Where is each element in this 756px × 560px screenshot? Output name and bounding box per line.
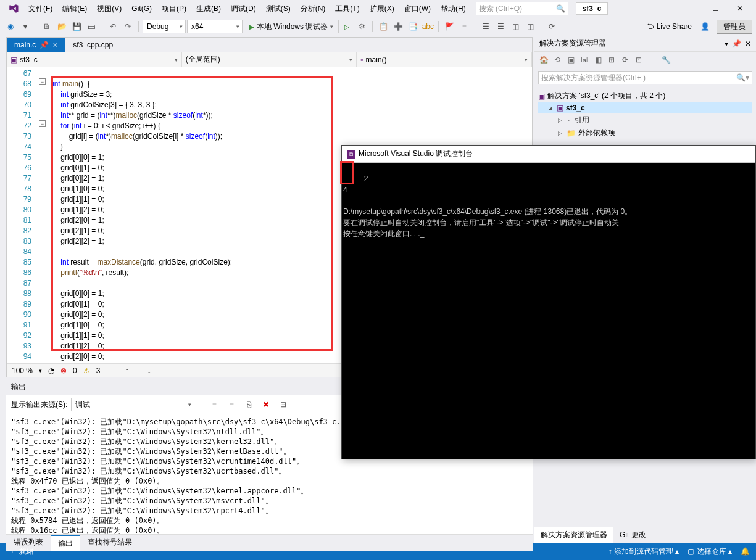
- home-icon[interactable]: 🏠: [538, 54, 549, 65]
- pin-icon[interactable]: 📌: [732, 39, 741, 48]
- tb-icon-5[interactable]: abc: [421, 20, 434, 33]
- minimize-button[interactable]: —: [678, 0, 703, 17]
- tb-icon-4[interactable]: 📑: [406, 20, 420, 33]
- search-icon: 🔍▾: [736, 73, 749, 82]
- maximize-button[interactable]: ☐: [703, 0, 728, 17]
- tb-icon-6[interactable]: 🚩: [442, 20, 456, 33]
- save-button[interactable]: 💾: [70, 20, 83, 33]
- save-all-button[interactable]: 🗃: [85, 20, 98, 33]
- menu-extensions[interactable]: 扩展(X): [365, 1, 399, 17]
- btn6-icon[interactable]: —: [647, 54, 658, 65]
- live-share-button[interactable]: ⮌ Live Share: [642, 20, 697, 33]
- external-deps-node[interactable]: ▷ 📁 外部依赖项: [538, 126, 752, 139]
- close-icon[interactable]: ✕: [745, 39, 751, 48]
- run-debugger-button[interactable]: ▶ 本地 Windows 调试器 ▾: [244, 20, 339, 33]
- tab-sf3-cpp[interactable]: sf3_cpp.cpp: [65, 38, 120, 52]
- admin-button[interactable]: 管理员: [717, 20, 752, 34]
- tb-icon-7[interactable]: ≡: [457, 20, 471, 33]
- console-titlebar[interactable]: ⧉ Microsoft Visual Studio 调试控制台: [342, 146, 755, 163]
- sync-icon[interactable]: ⟲: [552, 54, 563, 65]
- output-btn-3[interactable]: ⎘: [242, 398, 255, 411]
- config-dropdown[interactable]: Debug: [143, 20, 186, 33]
- function-dropdown[interactable]: ▫main(): [357, 52, 532, 67]
- btn5-icon[interactable]: ⊡: [633, 54, 644, 65]
- editor-navbar: ▣sf3_c (全局范围) ▫main(): [7, 52, 532, 67]
- refresh-icon[interactable]: ⟳: [620, 54, 631, 65]
- console-hint-line: 要在调试停止时自动关闭控制台，请启用"工具"->"选项"->"调试"->"调试停…: [343, 218, 619, 227]
- menu-git[interactable]: Git(G): [127, 2, 157, 15]
- console-body[interactable]: 2 4 D:\mysetup\gopath\src\dsy\sf3_c\x64\…: [342, 163, 755, 250]
- output-clear-button[interactable]: ✖: [259, 398, 273, 411]
- new-file-button[interactable]: 🗎: [40, 20, 54, 33]
- fold-toggle[interactable]: −: [39, 78, 46, 85]
- start-without-debug-button[interactable]: ▷: [340, 20, 354, 33]
- add-src-ctrl-button[interactable]: ↑ 添加到源代码管理 ▴: [609, 546, 679, 557]
- class-dropdown[interactable]: (全局范围): [182, 52, 357, 67]
- notifications-icon[interactable]: 🔔: [741, 547, 750, 556]
- close-icon[interactable]: ✕: [52, 41, 58, 49]
- console-output-line: 2: [364, 175, 368, 183]
- menu-edit[interactable]: 编辑(E): [57, 1, 92, 17]
- output-btn-1[interactable]: ≡: [207, 398, 221, 411]
- output-btn-2[interactable]: ≡: [225, 398, 238, 411]
- project-icon: ▣: [557, 104, 563, 112]
- tb-icon-1[interactable]: ⚙: [355, 20, 368, 33]
- search-placeholder: 搜索 (Ctrl+Q): [479, 4, 522, 14]
- liveshare-icon: ⮌: [647, 22, 654, 31]
- solution-root[interactable]: ▣ 解决方案 'sf3_c' (2 个项目，共 2 个): [538, 89, 752, 102]
- close-button[interactable]: ✕: [728, 0, 752, 17]
- expand-icon[interactable]: ▷: [558, 130, 564, 136]
- tb-icon-12[interactable]: ⟳: [545, 20, 559, 33]
- tb-icon-10[interactable]: ◫: [509, 20, 522, 33]
- btn1-icon[interactable]: ▣: [565, 54, 576, 65]
- project-node[interactable]: ◢ ▣ sf3_c: [538, 102, 752, 113]
- tb-icon-11[interactable]: ◫: [523, 20, 537, 33]
- btn4-icon[interactable]: ⊞: [606, 54, 617, 65]
- expand-icon[interactable]: ◢: [548, 105, 554, 111]
- tb-icon-9[interactable]: ☰: [494, 20, 507, 33]
- menu-build[interactable]: 生成(B): [191, 1, 226, 17]
- menu-analyze[interactable]: 分析(N): [296, 1, 331, 17]
- open-file-button[interactable]: 📂: [55, 20, 69, 33]
- dropdown-icon[interactable]: ▾: [725, 39, 728, 48]
- tab-main-c[interactable]: main.c 📌 ✕: [7, 38, 65, 52]
- menu-test[interactable]: 测试(S): [261, 1, 296, 17]
- tab-git-changes[interactable]: Git 更改: [613, 527, 652, 543]
- account-icon[interactable]: 👤: [698, 20, 712, 33]
- tab-output[interactable]: 输出: [51, 535, 80, 551]
- tb-icon-2[interactable]: 📋: [376, 20, 390, 33]
- tab-find-symbol[interactable]: 查找符号结果: [80, 535, 139, 551]
- menu-view[interactable]: 视图(V): [92, 1, 127, 17]
- pin-icon[interactable]: 📌: [39, 41, 49, 49]
- menu-window[interactable]: 窗口(W): [399, 1, 436, 17]
- output-btn-5[interactable]: ⊟: [276, 398, 290, 411]
- global-search-input[interactable]: 搜索 (Ctrl+Q) 🔍: [476, 2, 568, 15]
- tb-icon-8[interactable]: ☰: [479, 20, 492, 33]
- menu-project[interactable]: 项目(P): [157, 1, 191, 17]
- references-node[interactable]: ▷ ▫▫ 引用: [538, 113, 752, 126]
- select-repo-button[interactable]: ▢ 选择仓库 ▴: [687, 546, 732, 557]
- nav-fwd-button[interactable]: ▾: [19, 20, 32, 33]
- menu-help[interactable]: 帮助(H): [436, 1, 471, 17]
- platform-dropdown[interactable]: x64: [187, 20, 243, 33]
- liveshare-label: Live Share: [657, 22, 692, 31]
- fold-toggle[interactable]: −: [39, 120, 46, 127]
- btn2-icon[interactable]: 🖫: [579, 54, 590, 65]
- output-source-dropdown[interactable]: 调试: [71, 398, 194, 411]
- tab-solution-explorer[interactable]: 解决方案资源管理器: [534, 527, 613, 543]
- menu-debug[interactable]: 调试(D): [226, 1, 261, 17]
- menu-file[interactable]: 文件(F): [23, 1, 57, 17]
- expand-icon[interactable]: ▷: [558, 117, 564, 123]
- zoom-level[interactable]: 100 %: [12, 366, 33, 375]
- solution-search-input[interactable]: 搜索解决方案资源管理器(Ctrl+;) 🔍▾: [538, 71, 752, 84]
- undo-button[interactable]: ↶: [106, 20, 120, 33]
- tb-icon-3[interactable]: ➕: [391, 20, 405, 33]
- properties-icon[interactable]: 🔧: [660, 54, 671, 65]
- menu-tools[interactable]: 工具(T): [330, 1, 364, 17]
- scope-dropdown[interactable]: ▣sf3_c: [7, 52, 182, 67]
- btn3-icon[interactable]: ◧: [592, 54, 604, 65]
- console-output-line: 4: [343, 186, 347, 194]
- redo-button[interactable]: ↷: [121, 20, 135, 33]
- nav-back-button[interactable]: ◉: [4, 20, 17, 33]
- health-icon: ◔: [48, 366, 54, 375]
